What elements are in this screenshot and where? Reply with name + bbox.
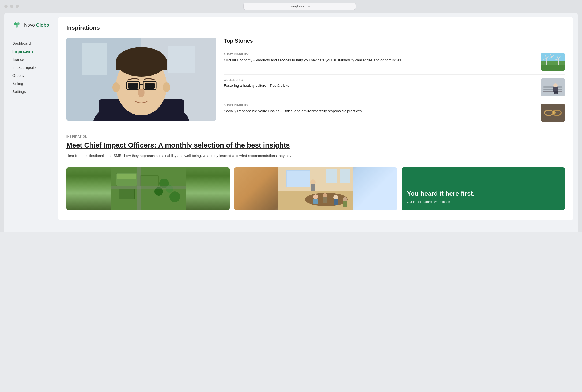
svg-rect-46: [547, 112, 551, 114]
svg-point-72: [313, 194, 318, 199]
browser-dot-green: [16, 5, 19, 8]
svg-rect-73: [313, 199, 318, 204]
bottom-card-buildings[interactable]: [66, 167, 230, 210]
sidebar: Novo Globo Dashboard Inspirations Brands…: [4, 13, 58, 232]
hero-section: Top Stories SUSTAINABILITY Circular Econ…: [66, 38, 565, 125]
logo-plain: Novo: [24, 22, 36, 28]
svg-rect-6: [82, 43, 107, 75]
svg-rect-15: [128, 83, 138, 89]
svg-rect-57: [119, 189, 134, 199]
svg-point-74: [323, 193, 327, 198]
svg-rect-81: [340, 169, 350, 183]
sidebar-item-inspirations[interactable]: Inspirations: [12, 47, 58, 55]
svg-rect-63: [111, 186, 186, 189]
story-3-text-area: SUSTAINABILITY Socially Responsible Valu…: [224, 104, 537, 114]
bottom-card-promo[interactable]: You heard it here first. Our latest feat…: [402, 167, 565, 210]
sidebar-item-billing[interactable]: Billling: [12, 80, 58, 88]
sidebar-item-dashboard[interactable]: Dashboard: [12, 39, 58, 47]
buildings-image: [66, 167, 230, 210]
svg-point-14: [163, 82, 170, 92]
logo-bold: Globo: [36, 22, 49, 28]
article-tag: INSPIRATION: [66, 135, 565, 138]
svg-point-61: [169, 191, 180, 202]
sidebar-item-impact-reports[interactable]: Impact reports: [12, 63, 58, 71]
story-2-text-area: WELL-BEING Fostering a healthy culture -…: [224, 78, 537, 88]
svg-rect-22: [541, 61, 565, 65]
main-content: Inspirations: [58, 13, 578, 232]
story-3-text: Socially Responsible Value Chains - Ethi…: [224, 108, 537, 114]
story-1-thumb: [541, 53, 565, 71]
sidebar-item-orders[interactable]: Orders: [12, 71, 58, 80]
browser-controls: novoglobo.com: [4, 3, 578, 13]
browser-chrome: novoglobo.com Novo Globo Dashboard Inspi…: [0, 0, 582, 232]
story-2-category: WELL-BEING: [224, 78, 537, 81]
svg-rect-55: [141, 176, 158, 186]
svg-rect-16: [145, 83, 155, 89]
thumb-windmills-img: [541, 53, 565, 71]
page-title: Inspirations: [66, 24, 565, 31]
browser-window: Novo Globo Dashboard Inspirations Brands…: [4, 13, 578, 232]
svg-rect-79: [343, 201, 347, 207]
story-1-text-area: SUSTAINABILITY Circular Economy - Produc…: [224, 53, 537, 63]
story-2-thumb: [541, 78, 565, 96]
svg-rect-53: [117, 174, 136, 179]
story-3-category: SUSTAINABILITY: [224, 104, 537, 107]
article-title[interactable]: Meet Chief Impact Officers: A monthly se…: [66, 141, 565, 150]
svg-point-76: [333, 195, 338, 200]
content-card: Inspirations: [58, 17, 573, 220]
svg-rect-70: [311, 184, 315, 191]
story-3-thumb: [541, 104, 565, 122]
promo-green-card: You heard it here first. Our latest feat…: [402, 167, 565, 210]
svg-rect-75: [323, 197, 327, 203]
thumb-person-img: [541, 78, 565, 96]
logo-text: Novo Globo: [24, 22, 49, 28]
promo-subtext: Our latest features were made: [407, 200, 560, 204]
sidebar-nav: Dashboard Inspirations Brands Impact rep…: [12, 39, 58, 96]
bottom-cards: You heard it here first. Our latest feat…: [66, 167, 565, 210]
story-1-category: SUSTAINABILITY: [224, 53, 537, 56]
svg-rect-12: [116, 59, 167, 70]
top-stories-heading: Top Stories: [224, 38, 565, 44]
svg-point-0: [14, 22, 17, 25]
hero-image: [66, 38, 216, 121]
sidebar-item-brands[interactable]: Brands: [12, 55, 58, 63]
browser-dot-yellow: [10, 5, 13, 8]
svg-rect-36: [543, 86, 562, 88]
story-item-2[interactable]: WELL-BEING Fostering a healthy culture -…: [224, 75, 565, 100]
featured-article: INSPIRATION Meet Chief Impact Officers: …: [66, 134, 565, 159]
svg-rect-42: [556, 91, 558, 94]
sidebar-item-settings[interactable]: Settings: [12, 88, 58, 96]
story-1-text: Circular Economy - Products and services…: [224, 58, 537, 63]
svg-point-1: [17, 22, 20, 25]
svg-rect-77: [334, 199, 338, 205]
article-description: Hear from multinationals and SMBs how th…: [66, 153, 565, 159]
svg-point-39: [553, 83, 558, 88]
meeting-image: [234, 167, 397, 210]
logo-area: Novo Globo: [12, 21, 58, 30]
thumb-chains-img: [541, 104, 565, 122]
svg-point-13: [112, 82, 120, 92]
svg-point-78: [343, 197, 347, 202]
browser-dot-red: [4, 5, 8, 8]
svg-point-69: [310, 179, 316, 185]
svg-rect-41: [554, 91, 556, 94]
address-bar[interactable]: novoglobo.com: [243, 3, 356, 10]
bottom-card-meeting[interactable]: [234, 167, 397, 210]
hero-portrait-svg: [66, 38, 216, 121]
story-item-1[interactable]: SUSTAINABILITY Circular Economy - Produc…: [224, 49, 565, 75]
promo-headline: You heard it here first.: [407, 190, 560, 198]
svg-rect-7: [168, 46, 195, 73]
svg-point-48: [553, 111, 556, 114]
logo-icon: [12, 21, 21, 30]
svg-point-2: [16, 25, 18, 28]
story-2-text: Fostering a healthy culture - Tips & tri…: [224, 83, 537, 88]
top-stories: Top Stories SUSTAINABILITY Circular Econ…: [224, 38, 565, 125]
svg-rect-68: [287, 171, 310, 187]
svg-rect-80: [326, 169, 337, 183]
story-item-3[interactable]: SUSTAINABILITY Socially Responsible Valu…: [224, 100, 565, 125]
